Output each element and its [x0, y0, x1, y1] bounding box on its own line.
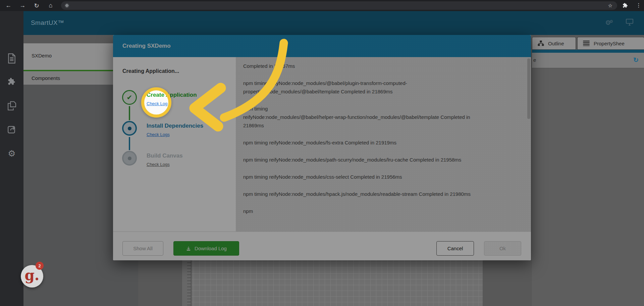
gear-icon[interactable]: ⚙: [0, 146, 23, 161]
step-active-icon: [122, 121, 137, 136]
refresh-icon[interactable]: ↻: [633, 56, 639, 64]
screen: ← → ↻ ⌂ ☆ ⋮: [0, 0, 644, 306]
log-line: npm timing reifyNode:node_modules/fs-ext…: [243, 138, 522, 147]
app-sidebar: ⚙: [0, 11, 23, 306]
log-line: npm: [243, 207, 522, 215]
steps-panel: Creating Application... ✔ Create Applica…: [113, 57, 236, 231]
log-scrollbar[interactable]: [527, 58, 530, 119]
list-icon: [583, 41, 590, 46]
puzzle-icon[interactable]: [0, 74, 23, 89]
step-title: Build Canvas: [147, 152, 183, 159]
ok-button[interactable]: Ok: [484, 241, 521, 256]
creating-sxdemo-dialog: Creating SXDemo Creating Application... …: [113, 35, 531, 260]
back-icon[interactable]: ←: [3, 0, 14, 11]
log-line: Completed in 21867ms: [243, 62, 522, 70]
log-line: npm timing reifyNode:node_modules/hpack.…: [243, 190, 522, 198]
outline-tree-icon: [538, 40, 544, 46]
download-log-label: Download Log: [195, 246, 227, 251]
download-log-button[interactable]: Download Log: [173, 241, 239, 256]
panel-accent-bar: [532, 50, 644, 53]
tab-propertysheet-label: PropertyShee: [594, 41, 625, 46]
step-pending-icon: [122, 151, 137, 166]
browser-toolbar: ← → ↻ ⌂ ☆ ⋮: [0, 0, 644, 11]
cancel-button[interactable]: Cancel: [436, 241, 474, 256]
step-build-canvas: Build Canvas Check Logs: [122, 151, 183, 167]
step-title: Install Dependencies: [147, 123, 203, 129]
g-extension-fab[interactable]: g. 2: [21, 265, 43, 288]
check-log-link-1[interactable]: Check Log: [147, 101, 167, 106]
fab-count-badge: 2: [36, 262, 44, 270]
log-line: npm timing reifyNode:node_modules/@babel…: [243, 104, 522, 130]
reload-icon[interactable]: ↻: [31, 0, 42, 11]
step-install-dependencies: Install Dependencies Check Logs: [122, 121, 203, 137]
log-line: npm timing reifyNode:node_modules/css-se…: [243, 173, 522, 181]
step-connector: [129, 137, 130, 150]
dialog-footer: Show All Download Log Cancel Ok: [113, 231, 531, 260]
brand-title: SmartUX™: [31, 19, 64, 27]
components-label: Components: [32, 75, 60, 81]
copy-icon[interactable]: [0, 98, 23, 113]
download-icon: [186, 246, 191, 251]
outline-panel-body: [532, 68, 644, 306]
check-log-link-3[interactable]: Check Logs: [147, 162, 170, 167]
step-create-application: ✔ Create Application Check Log: [122, 90, 197, 106]
log-line: npm timing reifyNode:node_modules/path-s…: [243, 156, 522, 164]
settings-cogs-icon[interactable]: ⚙⚙: [605, 19, 613, 27]
extensions-icon[interactable]: [623, 3, 628, 9]
log-output-pane[interactable]: Completed in 21867ms npm timing reifyNod…: [236, 57, 531, 231]
dialog-title: Creating SXDemo: [122, 43, 171, 49]
browser-menu-icon[interactable]: ⋮: [636, 2, 641, 8]
log-line: npm timing reifyNode:node_modules/@babel…: [243, 79, 522, 96]
outline-panel-header: e ↻: [532, 53, 644, 68]
forward-icon[interactable]: →: [17, 0, 28, 11]
step-title: Create Application: [147, 92, 197, 98]
project-tab-label: SXDemo: [32, 53, 52, 58]
home-icon[interactable]: ⌂: [45, 0, 56, 11]
tab-propertysheet[interactable]: PropertyShee: [577, 37, 644, 50]
address-bar[interactable]: ☆: [61, 1, 617, 10]
tab-outline[interactable]: Outline: [532, 37, 576, 50]
document-icon[interactable]: [0, 51, 23, 66]
show-all-button[interactable]: Show All: [122, 241, 163, 256]
dialog-status-text: Creating Application...: [122, 68, 179, 74]
g-logo: g.: [25, 268, 40, 282]
app-header: SmartUX™ ⚙⚙: [23, 11, 644, 35]
monitor-icon[interactable]: [626, 19, 633, 27]
site-globe-icon: [64, 3, 69, 8]
step-done-check-icon: ✔: [122, 90, 137, 105]
dialog-header: Creating SXDemo: [113, 35, 531, 57]
bookmark-star-icon[interactable]: ☆: [608, 3, 612, 9]
panel-title-fragment: e: [533, 57, 536, 63]
tab-outline-label: Outline: [548, 41, 564, 46]
check-log-link-2[interactable]: Check Logs: [147, 132, 170, 137]
share-icon[interactable]: [0, 122, 23, 137]
step-connector: [129, 106, 130, 120]
